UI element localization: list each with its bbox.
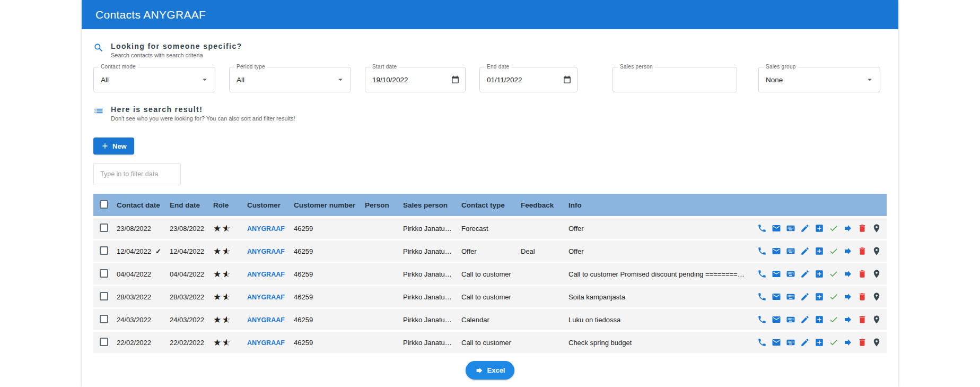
filter-input[interactable] <box>93 163 181 185</box>
map-button[interactable] <box>872 315 881 324</box>
add-button[interactable] <box>815 269 824 279</box>
col-header-end-date[interactable]: End date <box>165 194 209 216</box>
customer-link[interactable]: ANYGRAAF <box>247 316 285 324</box>
edit-button[interactable] <box>800 223 810 233</box>
map-button[interactable] <box>872 246 881 256</box>
edit-button[interactable] <box>800 338 810 347</box>
add-button[interactable] <box>815 246 824 256</box>
delete-button[interactable] <box>858 223 867 233</box>
col-header-contact-type[interactable]: Contact type <box>457 194 517 216</box>
excel-button[interactable]: Excel <box>466 361 515 380</box>
call-button[interactable] <box>757 223 767 233</box>
email-button[interactable] <box>772 292 781 302</box>
period-type-label: Period type <box>234 64 267 70</box>
forward-button[interactable] <box>843 315 853 324</box>
customer-link[interactable]: ANYGRAAF <box>247 294 285 301</box>
customer-link[interactable]: ANYGRAAF <box>247 271 285 278</box>
map-button[interactable] <box>872 269 881 279</box>
add-button[interactable] <box>815 315 824 324</box>
complete-button[interactable] <box>829 269 838 279</box>
email-button[interactable] <box>772 338 781 347</box>
col-header-role[interactable]: Role <box>209 194 243 216</box>
email-button[interactable] <box>772 269 781 279</box>
map-button[interactable] <box>872 223 881 233</box>
delete-button[interactable] <box>858 315 867 324</box>
map-button[interactable] <box>872 338 881 347</box>
call-button[interactable] <box>757 338 767 347</box>
log-button[interactable] <box>786 292 795 302</box>
add-box-icon <box>815 246 824 256</box>
keyboard-icon <box>786 269 795 279</box>
add-button[interactable] <box>815 223 824 233</box>
sales-person-field[interactable]: Sales person <box>612 67 737 92</box>
col-header-contact-date[interactable]: Contact date <box>112 194 165 216</box>
col-header-feedback[interactable]: Feedback <box>517 194 564 216</box>
edit-button[interactable] <box>800 292 810 302</box>
start-date-field[interactable]: Start date 19/10/2022 <box>365 67 466 92</box>
end-date-cell: 23/08/2022 <box>165 218 209 239</box>
sales-group-select[interactable]: Sales group None <box>758 67 880 92</box>
forward-button[interactable] <box>843 338 853 347</box>
keyboard-icon <box>786 246 795 256</box>
row-checkbox[interactable] <box>100 269 108 278</box>
col-header-person[interactable]: Person <box>361 194 399 216</box>
col-header-customer-number[interactable]: Customer number <box>290 194 361 216</box>
forward-button[interactable] <box>843 246 853 256</box>
add-button[interactable] <box>815 338 824 347</box>
row-checkbox[interactable] <box>100 292 108 300</box>
delete-button[interactable] <box>858 269 867 279</box>
complete-button[interactable] <box>829 292 838 302</box>
email-button[interactable] <box>772 223 781 233</box>
search-filters: Contact mode All Period type All Start d… <box>82 58 898 92</box>
customer-link[interactable]: ANYGRAAF <box>247 248 285 255</box>
period-type-select[interactable]: Period type All <box>229 67 351 92</box>
row-checkbox[interactable] <box>100 315 108 323</box>
complete-button[interactable] <box>829 223 838 233</box>
col-header-info[interactable]: Info <box>564 194 751 216</box>
star-half-icon: ☆★ <box>222 269 231 280</box>
forward-button[interactable] <box>843 292 853 302</box>
calendar-icon[interactable] <box>451 75 460 84</box>
row-checkbox[interactable] <box>100 223 108 232</box>
email-button[interactable] <box>772 246 781 256</box>
complete-button[interactable] <box>829 338 838 347</box>
call-button[interactable] <box>757 315 767 324</box>
sales-group-value: None <box>766 76 865 84</box>
forward-button[interactable] <box>843 269 853 279</box>
customer-number-cell: 46259 <box>290 218 361 239</box>
call-button[interactable] <box>757 269 767 279</box>
customer-link[interactable]: ANYGRAAF <box>247 225 285 233</box>
row-checkbox[interactable] <box>100 246 108 255</box>
add-button[interactable] <box>815 292 824 302</box>
col-header-customer[interactable]: Customer <box>243 194 290 216</box>
customer-link[interactable]: ANYGRAAF <box>247 339 285 347</box>
row-checkbox[interactable] <box>100 338 108 346</box>
end-date-field[interactable]: End date 01/11/2022 <box>479 67 578 92</box>
delete-button[interactable] <box>858 292 867 302</box>
complete-button[interactable] <box>829 246 838 256</box>
map-button[interactable] <box>872 292 881 302</box>
call-button[interactable] <box>757 246 767 256</box>
email-icon <box>772 223 781 233</box>
keyboard-icon <box>786 315 795 324</box>
new-button[interactable]: New <box>93 137 134 154</box>
edit-button[interactable] <box>800 315 810 324</box>
calendar-icon[interactable] <box>563 75 572 84</box>
col-header-sales-person[interactable]: Sales person <box>399 194 457 216</box>
forward-button[interactable] <box>843 223 853 233</box>
delete-button[interactable] <box>858 338 867 347</box>
email-button[interactable] <box>772 315 781 324</box>
edit-button[interactable] <box>800 246 810 256</box>
log-button[interactable] <box>786 338 795 347</box>
contact-mode-select[interactable]: Contact mode All <box>93 67 215 92</box>
call-button[interactable] <box>757 292 767 302</box>
log-button[interactable] <box>786 223 795 233</box>
log-button[interactable] <box>786 315 795 324</box>
log-button[interactable] <box>786 246 795 256</box>
complete-button[interactable] <box>829 315 838 324</box>
edit-button[interactable] <box>800 269 810 279</box>
delete-button[interactable] <box>858 246 867 256</box>
log-button[interactable] <box>786 269 795 279</box>
chevron-down-icon <box>336 75 345 84</box>
select-all-checkbox[interactable] <box>100 200 108 209</box>
